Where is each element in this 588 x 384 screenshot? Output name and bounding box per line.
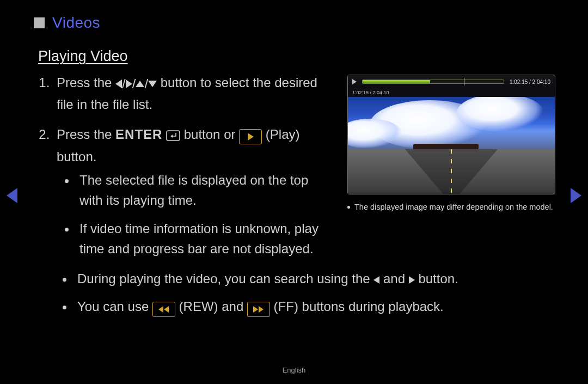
enter-label: ENTER xyxy=(115,127,162,142)
preview-thumbnail xyxy=(348,97,555,194)
section-title: Videos xyxy=(52,14,100,32)
next-page-button[interactable] xyxy=(571,188,581,203)
footer-language: English xyxy=(0,366,588,374)
page-subtitle: Playing Video xyxy=(38,48,554,65)
step2-text-a: Press the xyxy=(57,127,115,142)
preview-caption-text: The displayed image may differ depending… xyxy=(354,202,553,213)
chevron-left-icon xyxy=(7,188,17,203)
bullet-rew-ff: You can use (REW) and (FF) buttons durin… xyxy=(74,296,554,317)
left-arrow-icon xyxy=(373,276,379,284)
step-2: Press the ENTER button or (Play) button. xyxy=(53,124,332,259)
left-arrow-icon xyxy=(115,80,122,88)
preview-progress-marker xyxy=(464,78,464,86)
b4-rew: (REW) and xyxy=(179,299,247,314)
preview-caption: The displayed image may differ depending… xyxy=(347,202,554,213)
nested-bullets: The selected file is displayed on the to… xyxy=(57,170,332,259)
full-width-bullets: During playing the video, you can search… xyxy=(34,269,554,317)
step2-text-b: button or xyxy=(184,127,239,142)
prev-page-button[interactable] xyxy=(7,188,17,203)
content-area: Press the /// button to select the desir… xyxy=(34,72,554,269)
preview-progress-fill xyxy=(363,80,430,83)
nested-bullet-1: The selected file is displayed on the to… xyxy=(76,170,332,210)
play-button-icon xyxy=(239,129,262,144)
instructions-column: Press the /// button to select the desir… xyxy=(34,72,332,269)
lane-marker xyxy=(451,149,452,194)
steps-list: Press the /// button to select the desir… xyxy=(38,72,332,259)
b3-a: During playing the video, you can search… xyxy=(77,271,373,286)
square-marker-icon xyxy=(34,17,45,28)
chevron-right-icon xyxy=(571,188,581,203)
preview-top-bar: 1:02:15 / 2:04:10 xyxy=(348,75,555,88)
fast-forward-button-icon xyxy=(247,302,270,317)
b3-b: button. xyxy=(418,271,458,286)
preview-progress-bar xyxy=(362,80,504,84)
b4-ff: (FF) buttons during playback. xyxy=(274,299,444,314)
step1-text-a: Press the xyxy=(57,75,115,90)
bullet-search: During playing the video, you can search… xyxy=(74,269,554,289)
rewind-button-icon xyxy=(152,302,175,317)
svg-rect-0 xyxy=(167,131,180,141)
preview-column: 1:02:15 / 2:04:10 1:02:15 / 2:04:10 The … xyxy=(347,72,554,213)
b4-a: You can use xyxy=(77,299,152,314)
step-1: Press the /// button to select the desir… xyxy=(53,72,332,114)
right-arrow-icon xyxy=(126,80,132,88)
preview-time-sub: 1:02:15 / 2:04:10 xyxy=(352,90,389,95)
video-preview: 1:02:15 / 2:04:10 1:02:15 / 2:04:10 xyxy=(347,75,555,194)
road-shape xyxy=(348,149,555,194)
right-arrow-icon xyxy=(409,276,415,284)
preview-sub-bar: 1:02:15 / 2:04:10 xyxy=(348,88,555,97)
up-arrow-icon xyxy=(136,81,144,87)
nested-bullet-2: If video time information is unknown, pl… xyxy=(76,218,332,259)
preview-play-icon xyxy=(352,79,357,84)
section-header: Videos xyxy=(34,14,554,32)
preview-time-top: 1:02:15 / 2:04:10 xyxy=(510,79,550,85)
dpad-icons: /// xyxy=(115,74,157,94)
enter-icon xyxy=(166,126,180,147)
manual-page: Videos Playing Video Press the /// butto… xyxy=(0,0,588,384)
cloud-icon xyxy=(457,97,544,132)
bullet-dot-icon xyxy=(347,206,350,209)
b3-mid: and xyxy=(383,271,409,286)
down-arrow-icon xyxy=(148,81,157,87)
